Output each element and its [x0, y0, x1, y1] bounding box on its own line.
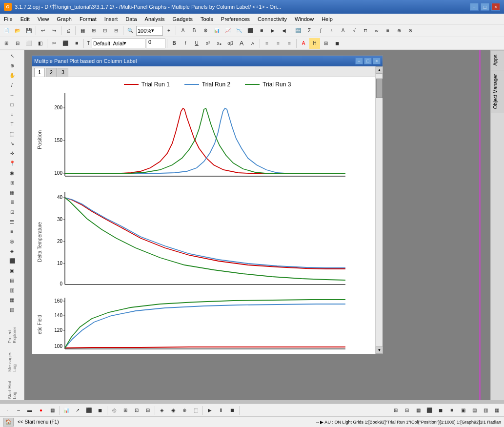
lt-btn-14[interactable]: ▦	[7, 188, 18, 197]
menu-data[interactable]: Data	[121, 14, 141, 24]
italic-btn[interactable]: I	[180, 38, 191, 49]
menu-analysis[interactable]: Analysis	[141, 14, 169, 24]
tb-btn-4[interactable]: ▦	[77, 25, 88, 36]
lt-btn-26[interactable]: ▧	[7, 305, 18, 314]
zoom-out-btn[interactable]: 🔍	[125, 25, 136, 36]
bt-btn-8[interactable]: ⬛	[83, 405, 94, 416]
bt-btn-14[interactable]: ◈	[157, 405, 167, 416]
graph-minimize-btn[interactable]: −	[355, 58, 363, 64]
graph-tab-1[interactable]: 1	[34, 68, 45, 77]
subscript-btn[interactable]: x₂	[214, 38, 224, 49]
menu-graph[interactable]: Graph	[53, 14, 76, 24]
scroll-thumb[interactable]	[376, 79, 383, 98]
bt-btn-9[interactable]: ◼	[95, 405, 105, 416]
lt-btn-24[interactable]: ▥	[7, 285, 18, 295]
greek-btn[interactable]: αβ	[225, 38, 236, 49]
bt-btn-12[interactable]: ⊡	[131, 405, 142, 416]
menu-file[interactable]: File	[0, 14, 17, 24]
draw-arrow-btn[interactable]: →	[7, 90, 18, 100]
undo-btn[interactable]: ↩	[38, 25, 48, 36]
draw-line-btn[interactable]: /	[7, 81, 18, 90]
region-btn[interactable]: ⬚	[7, 129, 18, 139]
bt-btn-6[interactable]: 📊	[61, 405, 72, 416]
tb-btn-24[interactable]: π	[360, 25, 371, 36]
tb2-btn-2[interactable]: ⊟	[12, 38, 23, 49]
lt-btn-23[interactable]: ▤	[7, 276, 18, 285]
tb2-btn-1[interactable]: ⊞	[1, 38, 12, 49]
menu-connectivity[interactable]: Connectivity	[254, 14, 291, 24]
align-right-btn[interactable]: ≡	[284, 38, 295, 49]
tb-btn-17[interactable]: ◀	[279, 25, 289, 36]
graph-tab-2[interactable]: 2	[46, 68, 57, 77]
print-btn[interactable]: 🖨	[63, 25, 74, 36]
tb-btn-13[interactable]: 📉	[234, 25, 244, 36]
tb-btn-7[interactable]: ⊟	[111, 25, 121, 36]
bt-btn-5[interactable]: ▦	[47, 405, 58, 416]
bt-btn-16[interactable]: ⊕	[179, 405, 190, 416]
tb-btn-28[interactable]: ⊗	[405, 25, 416, 36]
font-dropdown[interactable]: Default: Arial▾	[92, 39, 145, 48]
scroll-up-btn[interactable]: ▲	[376, 66, 383, 74]
menu-gadgets[interactable]: Gadgets	[169, 14, 197, 24]
minimize-button[interactable]: −	[470, 3, 479, 11]
draw-rect-btn[interactable]: □	[7, 100, 18, 109]
bt-btn-11[interactable]: ⊞	[120, 405, 131, 416]
tb-btn-5[interactable]: ⊞	[88, 25, 99, 36]
graph-maximize-btn[interactable]: □	[364, 58, 372, 64]
bt-right-7[interactable]: ▣	[458, 405, 468, 416]
tb-btn-16[interactable]: ▶	[267, 25, 278, 36]
tb-btn-22[interactable]: Δ	[338, 25, 348, 36]
highlight-btn[interactable]: H	[309, 38, 320, 49]
graph-close-btn[interactable]: ×	[373, 58, 381, 64]
save-btn[interactable]: 💾	[23, 25, 34, 36]
lt-btn-20[interactable]: ◈	[7, 246, 18, 256]
bt-btn-19[interactable]: ⏸	[216, 405, 226, 416]
bt-btn-7[interactable]: ↗	[72, 405, 83, 416]
bt-btn-2[interactable]: –	[13, 405, 24, 416]
bt-right-3[interactable]: ▦	[413, 405, 423, 416]
tb2-btn-5[interactable]: ✂	[49, 38, 60, 49]
lt-btn-25[interactable]: ▦	[7, 295, 18, 305]
tb2-btn-4[interactable]: ◧	[35, 38, 45, 49]
tb-btn-11[interactable]: 📊	[211, 25, 222, 36]
menu-preferences[interactable]: Preferences	[217, 14, 254, 24]
new-file-btn[interactable]: 📄	[1, 25, 12, 36]
tb-btn-14[interactable]: ⬛	[245, 25, 256, 36]
lt-btn-13[interactable]: ⊞	[7, 178, 18, 187]
tb-btn-15[interactable]: ◾	[256, 25, 267, 36]
bt-btn-15[interactable]: ◉	[168, 405, 179, 416]
maximize-button[interactable]: □	[481, 3, 489, 11]
underline-btn[interactable]: U	[191, 38, 202, 49]
lt-btn-15[interactable]: ≣	[7, 198, 18, 207]
menu-insert[interactable]: Insert	[101, 14, 122, 24]
bt-right-2[interactable]: ⊟	[402, 405, 412, 416]
tb2-btn-6[interactable]: ⬛	[60, 38, 71, 49]
start-menu-btn[interactable]: 🏠	[3, 418, 14, 427]
menu-help[interactable]: Help	[318, 14, 337, 24]
apps-tab[interactable]: Apps	[491, 50, 504, 70]
align-mid-btn[interactable]: ≡	[273, 38, 283, 49]
scroll-down-btn[interactable]: ▼	[376, 346, 383, 354]
bt-btn-17[interactable]: ⬚	[190, 405, 201, 416]
tb2-extra-2[interactable]: ◼	[332, 38, 343, 49]
text-tool-btn[interactable]: T	[7, 120, 18, 129]
bt-btn-3[interactable]: ▬	[24, 405, 35, 416]
open-btn[interactable]: 📂	[12, 25, 23, 36]
redo-btn[interactable]: ↪	[49, 25, 60, 36]
tb2-btn-7[interactable]: ◾	[71, 38, 82, 49]
zoom-dropdown[interactable]: 100%▾	[136, 26, 163, 36]
bt-right-9[interactable]: ▥	[480, 405, 491, 416]
small-A-btn[interactable]: A	[247, 38, 258, 49]
bt-right-10[interactable]: ▦	[491, 405, 502, 416]
superscript-btn[interactable]: x²	[202, 38, 213, 49]
align-left-btn[interactable]: ≡	[262, 38, 272, 49]
lt-btn-16[interactable]: ⊡	[7, 207, 18, 217]
tb-btn-9[interactable]: B	[189, 25, 200, 36]
font-size-input[interactable]: 0	[146, 39, 165, 48]
select-tool-btn[interactable]: ↖	[7, 51, 18, 61]
large-A-btn[interactable]: A	[236, 38, 247, 49]
lt-btn-21[interactable]: ⬛	[7, 256, 18, 265]
tb-btn-10[interactable]: ⚙	[200, 25, 211, 36]
curve-tool-btn[interactable]: ∿	[7, 139, 18, 148]
draw-circle-btn[interactable]: ○	[7, 110, 18, 119]
